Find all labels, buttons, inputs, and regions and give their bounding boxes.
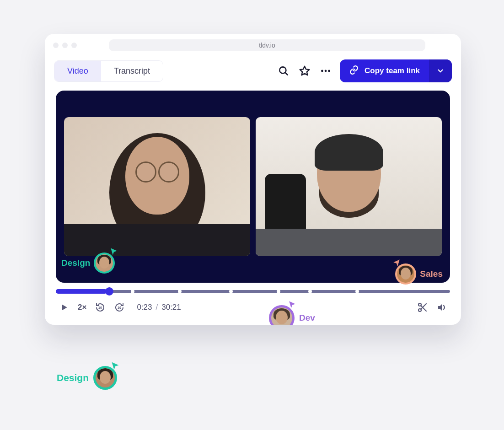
cursor-dev: Dev [269,305,315,325]
svg-marker-13 [438,304,442,311]
browser-chrome: tldv.io [45,34,461,55]
address-bar-url: tldv.io [259,42,275,49]
time-separator: / [155,303,158,312]
current-time: 0:23 [137,303,152,312]
video-tile-participant-1[interactable] [64,117,250,256]
cursor-sales-label: Sales [420,269,443,279]
traffic-light-maximize[interactable] [71,43,77,48]
star-icon[interactable] [298,64,311,78]
playback-speed[interactable]: 2× [78,303,86,312]
avatar-design [94,253,115,274]
forward-10-icon[interactable]: 10 [114,302,125,313]
seek-track [56,290,450,293]
address-bar[interactable]: tldv.io [109,39,425,51]
copy-team-link-label: Copy team link [365,66,420,75]
search-icon[interactable] [277,64,290,78]
avatar-dev [269,305,295,325]
avatar-design-external [93,366,117,390]
seek-marker[interactable] [131,290,134,293]
seek-thumb[interactable] [105,287,113,296]
seek-bar[interactable] [56,289,450,294]
svg-text:10: 10 [118,306,121,309]
copy-team-link-button: Copy team link [340,59,452,82]
svg-point-4 [325,70,327,72]
toolbar: Video Transcript Copy team link [45,55,461,91]
cursor-sales: Sales [395,263,443,285]
scissors-icon[interactable] [417,302,428,313]
time-display: 0:23 / 30:21 [137,303,181,312]
browser-window: tldv.io Video Transcript Copy team link [45,34,461,325]
total-time: 30:21 [161,303,181,312]
traffic-light-minimize[interactable] [62,43,68,48]
svg-point-3 [321,70,323,72]
copy-team-link-dropdown[interactable] [429,59,452,82]
cursor-design-external-label: Design [57,372,89,383]
play-icon[interactable] [59,302,70,313]
seek-marker[interactable] [308,290,312,293]
more-icon[interactable] [319,64,332,78]
cursor-dev-label: Dev [299,313,315,323]
svg-line-1 [285,72,288,75]
traffic-lights [53,43,77,48]
traffic-light-close[interactable] [53,43,59,48]
seek-marker[interactable] [277,290,280,293]
tab-video[interactable]: Video [54,61,101,81]
volume-icon[interactable] [436,302,447,313]
view-tabs: Video Transcript [54,60,163,82]
player-controls: 2× 10 10 0:23 / 30:21 [45,294,461,325]
tab-transcript[interactable]: Transcript [101,61,163,81]
link-icon [349,65,359,77]
svg-marker-2 [300,66,310,75]
cursor-design-external: Design [57,366,117,390]
cursor-design-label: Design [61,258,90,268]
rewind-10-icon[interactable]: 10 [95,302,106,313]
avatar-sales [395,263,416,285]
svg-marker-6 [62,304,67,310]
cursor-design: Design [61,253,115,274]
copy-team-link-main[interactable]: Copy team link [340,65,429,77]
svg-point-5 [328,70,330,72]
svg-text:10: 10 [98,306,102,309]
video-area: Design Sales [56,91,450,283]
video-tile-participant-2[interactable] [256,117,442,256]
seek-progress [56,289,107,294]
